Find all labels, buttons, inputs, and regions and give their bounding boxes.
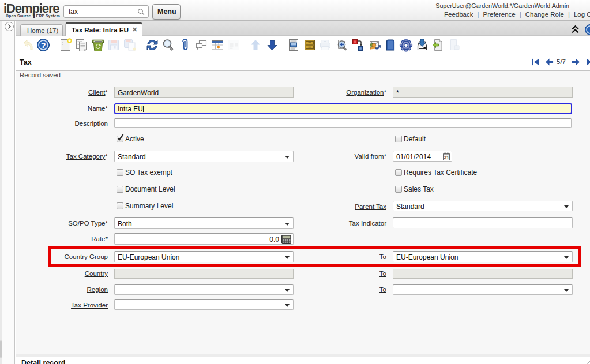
svg-text:?: ?	[40, 40, 46, 50]
svg-text:31: 31	[444, 155, 449, 160]
